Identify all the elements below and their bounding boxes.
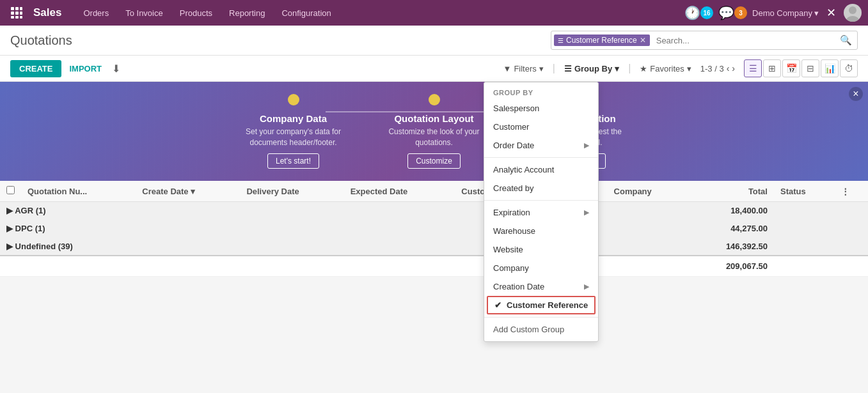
groupby-button[interactable]: ☰ Group By ▾ [559, 61, 624, 76]
step-2-dot [429, 94, 440, 105]
activity-badge: 16 [700, 6, 713, 19]
select-all-checkbox[interactable] [6, 186, 15, 194]
favorites-button[interactable]: ★ Favorites ▾ [635, 61, 696, 76]
kanban-view-button[interactable]: ⊞ [763, 59, 781, 77]
checkbox-header[interactable] [0, 181, 21, 202]
star-icon: ★ [640, 64, 647, 73]
quotations-table-wrap: Quotation Nu... Create Date ▾ Delivery D… [0, 181, 868, 277]
menu-configuration[interactable]: Configuration [274, 0, 338, 26]
pivot-view-button[interactable]: ⊟ [801, 59, 819, 77]
company-name: Demo Company [752, 8, 812, 18]
groupby-customer-reference[interactable]: ✔ Customer Reference [487, 296, 596, 314]
top-navigation: Sales Orders To Invoice Products Reporti… [0, 0, 868, 26]
website-label: Website [493, 245, 523, 254]
analytic-account-label: Analytic Account [493, 165, 554, 174]
groupby-dropdown: Group By Salesperson Customer Order Date… [484, 82, 599, 342]
col-expected-date[interactable]: Expected Date [344, 181, 455, 202]
pagination-count: 1-3 / 3 [700, 64, 724, 73]
groupby-customer[interactable]: Customer [484, 118, 598, 136]
onboarding-banner: × Company Data Set your company's data f… [0, 82, 868, 181]
add-custom-group-button[interactable]: Add Custom Group [484, 320, 598, 339]
pagination: 1-3 / 3 ‹ › [700, 63, 735, 73]
banner-step-2: Quotation Layout Customize the look of y… [383, 94, 485, 169]
banner-close-button[interactable]: × [849, 87, 863, 101]
groupby-analytic-account[interactable]: Analytic Account [484, 160, 598, 179]
import-button[interactable]: IMPORT [67, 60, 104, 77]
chat-icon-wrap[interactable]: 💬 3 [718, 5, 747, 20]
table-group-agr[interactable]: ▶ AGR (1) 18,400.00 [0, 202, 868, 220]
groupby-label: Group By [574, 64, 612, 73]
groupby-website[interactable]: Website [484, 240, 598, 259]
svg-rect-7 [15, 16, 19, 19]
menu-orders[interactable]: Orders [75, 0, 116, 26]
col-delivery-date[interactable]: Delivery Date [240, 181, 343, 202]
search-tag-customer-reference[interactable]: ☰ Customer Reference ✕ [554, 35, 650, 46]
groupby-order-date[interactable]: Order Date ▶ [484, 136, 598, 155]
salesperson-label: Salesperson [493, 104, 539, 113]
table-header-row: Quotation Nu... Create Date ▾ Delivery D… [0, 181, 868, 202]
company-label: Company [493, 263, 529, 273]
create-button[interactable]: CREATE [10, 60, 61, 77]
step-1-button[interactable]: Let's start! [267, 153, 319, 169]
customer-reference-label: Customer Reference [507, 300, 588, 310]
search-bar: ☰ Customer Reference ✕ 🔍 [551, 31, 858, 50]
group-agr-total: 18,400.00 [688, 202, 774, 220]
dropdown-divider-3 [484, 317, 598, 318]
order-date-label: Order Date [493, 141, 534, 150]
favorites-label: Favorites [650, 64, 684, 73]
list-view-button[interactable]: ☰ [744, 59, 762, 77]
groupby-expiration[interactable]: Expiration ▶ [484, 203, 598, 222]
company-dropdown-arrow: ▾ [814, 8, 819, 18]
group-undefined-total: 146,392.50 [688, 238, 774, 256]
svg-rect-3 [11, 12, 14, 15]
created-by-label: Created by [493, 183, 534, 193]
graph-view-button[interactable]: 📊 [821, 59, 839, 77]
groupby-warehouse[interactable]: Warehouse [484, 222, 598, 240]
svg-rect-8 [20, 16, 22, 19]
table-group-dpc[interactable]: ▶ DPC (1) 44,275.00 [0, 220, 868, 238]
col-quotation-number[interactable]: Quotation Nu... [21, 181, 136, 202]
step-2-button[interactable]: Customize [407, 153, 461, 169]
user-avatar[interactable] [844, 4, 862, 22]
menu-reporting[interactable]: Reporting [221, 0, 272, 26]
groupby-company[interactable]: Company [484, 259, 598, 277]
company-selector[interactable]: Demo Company ▾ [752, 8, 819, 18]
groupby-creation-date[interactable]: Creation Date ▶ [484, 277, 598, 296]
download-button[interactable]: ⬇ [109, 60, 123, 77]
col-options[interactable]: ⋮ [835, 181, 868, 202]
search-tag-remove-icon[interactable]: ✕ [640, 36, 646, 45]
activity-icon-wrap[interactable]: 🕐 16 [684, 5, 713, 20]
search-icon[interactable]: 🔍 [835, 35, 857, 46]
svg-point-9 [849, 6, 856, 14]
filters-button[interactable]: ▼ Filters ▾ [498, 61, 549, 76]
activity-view-button[interactable]: ⏱ [840, 59, 858, 77]
svg-rect-6 [11, 16, 14, 19]
banner-step-1-content: Company Data Set your company's data for… [242, 113, 345, 169]
col-status[interactable]: Status [774, 181, 835, 202]
calendar-view-button[interactable]: 📅 [782, 59, 800, 77]
pagination-next[interactable]: › [732, 63, 735, 73]
col-company[interactable]: Company [608, 181, 688, 202]
col-create-date[interactable]: Create Date ▾ [136, 181, 240, 202]
col-total[interactable]: Total [688, 181, 774, 202]
search-input[interactable] [652, 36, 835, 45]
apps-menu-icon[interactable] [6, 7, 27, 19]
svg-rect-0 [11, 7, 14, 10]
pagination-prev[interactable]: ‹ [727, 63, 730, 73]
groupby-created-by[interactable]: Created by [484, 179, 598, 197]
groupby-salesperson[interactable]: Salesperson [484, 99, 598, 118]
search-tag-filter-icon: ☰ [558, 37, 564, 44]
creation-date-label: Creation Date [493, 282, 544, 291]
close-button[interactable]: ✕ [824, 6, 839, 20]
page-header: Quotations ☰ Customer Reference ✕ 🔍 [0, 26, 868, 56]
add-custom-label: Add Custom Group [493, 325, 564, 334]
dropdown-divider-2 [484, 200, 598, 201]
menu-to-invoice[interactable]: To Invoice [118, 0, 171, 26]
menu-products[interactable]: Products [172, 0, 220, 26]
favorites-arrow: ▾ [687, 64, 691, 73]
customer-reference-checkmark: ✔ [494, 300, 501, 310]
grand-total-value: 209,067.50 [688, 256, 774, 277]
filter-icon: ▼ [503, 64, 512, 73]
table-group-undefined[interactable]: ▶ Undefined (39) 146,392.50 [0, 238, 868, 256]
topnav-right-section: 🕐 16 💬 3 Demo Company ▾ ✕ [684, 4, 862, 22]
